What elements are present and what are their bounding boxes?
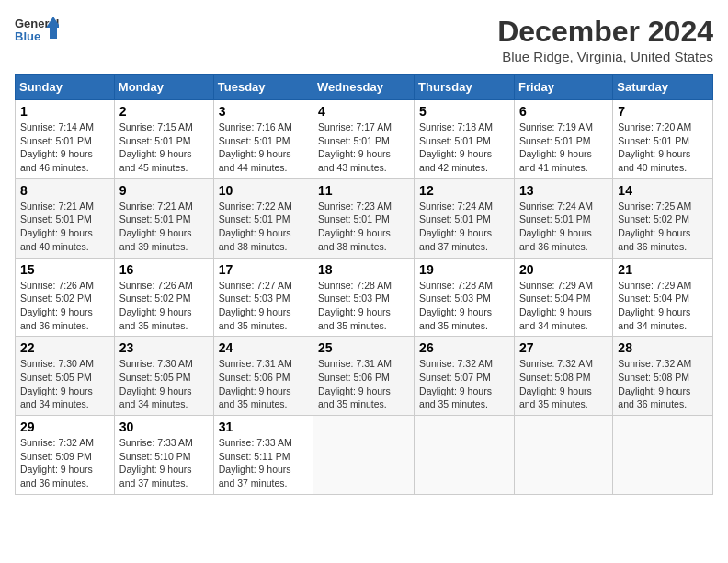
calendar-cell: 29 Sunrise: 7:32 AMSunset: 5:09 PMDaylig… [16, 416, 115, 495]
day-info: Sunrise: 7:33 AMSunset: 5:10 PMDaylight:… [119, 437, 193, 488]
calendar-cell: 12 Sunrise: 7:24 AMSunset: 5:01 PMDaylig… [415, 178, 515, 258]
day-number: 30 [119, 419, 209, 434]
calendar-cell [613, 416, 713, 495]
day-number: 28 [618, 340, 708, 355]
calendar-table: SundayMondayTuesdayWednesdayThursdayFrid… [15, 74, 713, 495]
calendar-cell: 8 Sunrise: 7:21 AMSunset: 5:01 PMDayligh… [16, 178, 115, 258]
day-info: Sunrise: 7:32 AMSunset: 5:07 PMDaylight:… [419, 358, 493, 409]
calendar-cell: 24 Sunrise: 7:31 AMSunset: 5:06 PMDaylig… [213, 337, 313, 416]
header-row: SundayMondayTuesdayWednesdayThursdayFrid… [16, 75, 713, 100]
day-info: Sunrise: 7:18 AMSunset: 5:01 PMDaylight:… [419, 121, 493, 173]
day-info: Sunrise: 7:31 AMSunset: 5:06 PMDaylight:… [219, 358, 292, 409]
day-number: 13 [519, 183, 608, 198]
calendar-cell: 21 Sunrise: 7:29 AMSunset: 5:04 PMDaylig… [613, 258, 713, 337]
day-number: 18 [318, 262, 409, 277]
day-number: 22 [20, 340, 109, 355]
calendar-cell: 3 Sunrise: 7:16 AMSunset: 5:01 PMDayligh… [213, 100, 313, 179]
calendar-cell: 5 Sunrise: 7:18 AMSunset: 5:01 PMDayligh… [415, 100, 515, 179]
calendar-cell: 7 Sunrise: 7:20 AMSunset: 5:01 PMDayligh… [613, 100, 713, 179]
day-number: 9 [119, 183, 209, 198]
day-number: 24 [219, 340, 308, 355]
page-subtitle: Blue Ridge, Virginia, United States [497, 49, 713, 64]
day-info: Sunrise: 7:27 AMSunset: 5:03 PMDaylight:… [219, 280, 292, 331]
day-info: Sunrise: 7:31 AMSunset: 5:06 PMDaylight:… [318, 358, 392, 409]
calendar-cell: 16 Sunrise: 7:26 AMSunset: 5:02 PMDaylig… [114, 258, 213, 337]
day-number: 14 [618, 183, 708, 198]
page-title: December 2024 [497, 15, 713, 49]
day-number: 6 [519, 104, 608, 119]
day-number: 21 [618, 262, 708, 277]
week-row-5: 29 Sunrise: 7:32 AMSunset: 5:09 PMDaylig… [16, 416, 713, 495]
calendar-cell: 4 Sunrise: 7:17 AMSunset: 5:01 PMDayligh… [313, 100, 415, 179]
day-info: Sunrise: 7:14 AMSunset: 5:01 PMDaylight:… [20, 121, 94, 173]
calendar-cell: 10 Sunrise: 7:22 AMSunset: 5:01 PMDaylig… [213, 178, 313, 258]
day-info: Sunrise: 7:16 AMSunset: 5:01 PMDaylight:… [219, 121, 292, 173]
week-row-4: 22 Sunrise: 7:30 AMSunset: 5:05 PMDaylig… [16, 337, 713, 416]
header-tuesday: Tuesday [213, 75, 313, 100]
calendar-cell: 18 Sunrise: 7:28 AMSunset: 5:03 PMDaylig… [313, 258, 415, 337]
calendar-cell: 13 Sunrise: 7:24 AMSunset: 5:01 PMDaylig… [514, 178, 612, 258]
day-number: 23 [119, 340, 209, 355]
day-number: 19 [419, 262, 509, 277]
day-info: Sunrise: 7:30 AMSunset: 5:05 PMDaylight:… [119, 358, 193, 409]
day-number: 4 [318, 104, 409, 119]
day-number: 8 [20, 183, 109, 198]
header-saturday: Saturday [613, 75, 713, 100]
header-sunday: Sunday [16, 75, 115, 100]
day-info: Sunrise: 7:29 AMSunset: 5:04 PMDaylight:… [618, 280, 691, 331]
calendar-cell: 11 Sunrise: 7:23 AMSunset: 5:01 PMDaylig… [313, 178, 415, 258]
day-number: 7 [618, 104, 708, 119]
day-number: 10 [219, 183, 308, 198]
calendar-cell: 20 Sunrise: 7:29 AMSunset: 5:04 PMDaylig… [514, 258, 612, 337]
calendar-cell: 6 Sunrise: 7:19 AMSunset: 5:01 PMDayligh… [514, 100, 612, 179]
day-number: 26 [419, 340, 509, 355]
calendar-cell [313, 416, 415, 495]
day-number: 12 [419, 183, 509, 198]
day-number: 31 [219, 419, 308, 434]
calendar-cell: 9 Sunrise: 7:21 AMSunset: 5:01 PMDayligh… [114, 178, 213, 258]
calendar-cell [514, 416, 612, 495]
day-info: Sunrise: 7:32 AMSunset: 5:08 PMDaylight:… [519, 358, 593, 409]
day-info: Sunrise: 7:26 AMSunset: 5:02 PMDaylight:… [119, 280, 193, 331]
day-info: Sunrise: 7:17 AMSunset: 5:01 PMDaylight:… [318, 121, 392, 173]
day-info: Sunrise: 7:29 AMSunset: 5:04 PMDaylight:… [519, 280, 593, 331]
day-info: Sunrise: 7:24 AMSunset: 5:01 PMDaylight:… [519, 201, 593, 252]
title-area: December 2024 Blue Ridge, Virginia, Unit… [497, 15, 713, 64]
day-number: 27 [519, 340, 608, 355]
day-info: Sunrise: 7:28 AMSunset: 5:03 PMDaylight:… [419, 280, 493, 331]
header-wednesday: Wednesday [313, 75, 415, 100]
calendar-cell: 22 Sunrise: 7:30 AMSunset: 5:05 PMDaylig… [16, 337, 115, 416]
day-info: Sunrise: 7:25 AMSunset: 5:02 PMDaylight:… [618, 201, 691, 252]
calendar-cell: 31 Sunrise: 7:33 AMSunset: 5:11 PMDaylig… [213, 416, 313, 495]
calendar-cell: 19 Sunrise: 7:28 AMSunset: 5:03 PMDaylig… [415, 258, 515, 337]
calendar-cell: 17 Sunrise: 7:27 AMSunset: 5:03 PMDaylig… [213, 258, 313, 337]
day-info: Sunrise: 7:23 AMSunset: 5:01 PMDaylight:… [318, 201, 392, 252]
day-info: Sunrise: 7:32 AMSunset: 5:08 PMDaylight:… [618, 358, 691, 409]
day-number: 2 [119, 104, 209, 119]
day-info: Sunrise: 7:20 AMSunset: 5:01 PMDaylight:… [618, 121, 691, 173]
day-number: 1 [20, 104, 109, 119]
header-friday: Friday [514, 75, 612, 100]
calendar-cell: 23 Sunrise: 7:30 AMSunset: 5:05 PMDaylig… [114, 337, 213, 416]
day-info: Sunrise: 7:32 AMSunset: 5:09 PMDaylight:… [20, 437, 94, 488]
day-info: Sunrise: 7:28 AMSunset: 5:03 PMDaylight:… [318, 280, 392, 331]
day-number: 3 [219, 104, 308, 119]
header: General Blue December 2024 Blue Ridge, V… [15, 15, 713, 64]
calendar-cell: 2 Sunrise: 7:15 AMSunset: 5:01 PMDayligh… [114, 100, 213, 179]
day-number: 29 [20, 419, 109, 434]
header-monday: Monday [114, 75, 213, 100]
day-info: Sunrise: 7:15 AMSunset: 5:01 PMDaylight:… [119, 121, 193, 173]
calendar-cell: 1 Sunrise: 7:14 AMSunset: 5:01 PMDayligh… [16, 100, 115, 179]
day-number: 20 [519, 262, 608, 277]
logo-icon: General Blue [15, 15, 59, 48]
day-info: Sunrise: 7:24 AMSunset: 5:01 PMDaylight:… [419, 201, 493, 252]
week-row-2: 8 Sunrise: 7:21 AMSunset: 5:01 PMDayligh… [16, 178, 713, 258]
calendar-cell: 30 Sunrise: 7:33 AMSunset: 5:10 PMDaylig… [114, 416, 213, 495]
day-info: Sunrise: 7:30 AMSunset: 5:05 PMDaylight:… [20, 358, 94, 409]
week-row-3: 15 Sunrise: 7:26 AMSunset: 5:02 PMDaylig… [16, 258, 713, 337]
calendar-cell: 27 Sunrise: 7:32 AMSunset: 5:08 PMDaylig… [514, 337, 612, 416]
day-info: Sunrise: 7:26 AMSunset: 5:02 PMDaylight:… [20, 280, 94, 331]
svg-text:Blue: Blue [15, 29, 40, 43]
day-number: 15 [20, 262, 109, 277]
day-info: Sunrise: 7:21 AMSunset: 5:01 PMDaylight:… [20, 201, 94, 252]
